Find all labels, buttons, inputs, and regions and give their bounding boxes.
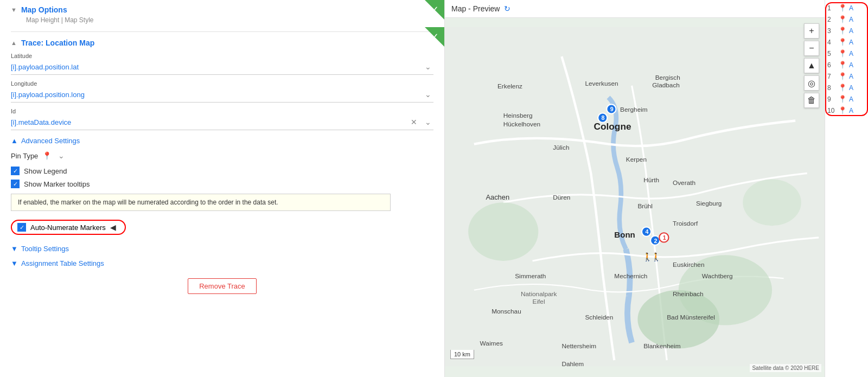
longitude-label: Longitude [11,80,433,87]
tooltip-settings-header[interactable]: ▼ Tooltip Settings [11,245,433,253]
pin-type-row: Pin Type 📍 ⌄ [11,150,433,161]
show-legend-label: Show Legend [24,167,67,175]
svg-text:Jülich: Jülich [553,144,569,151]
trace-letter: A [849,73,853,80]
left-panel: ✓ ✓ ▼ Map Options Map Height | Map Style… [0,0,445,377]
trace-pin-icon: 📍 [838,72,847,80]
svg-text:Blankenheim: Blankenheim [643,343,681,350]
svg-text:Leverkusen: Leverkusen [585,80,618,87]
map-options-header[interactable]: ▼ Map Options [11,5,433,14]
compass-button[interactable]: ▲ [804,58,819,73]
id-clear[interactable]: ✕ [409,117,419,127]
advanced-settings-label: Advanced Settings [21,137,80,145]
id-field-group: Id [i].metaData.device ✕ ⌄ [11,108,433,130]
pin-type-dropdown[interactable]: ⌄ [56,150,67,161]
tooltip-text: If enabled, the marker on the map will b… [18,199,278,206]
list-item[interactable]: 6 📍 A [826,59,867,71]
show-legend-checkbox[interactable]: ✓ [11,167,20,175]
show-marker-tooltips-checkbox[interactable]: ✓ [11,180,20,188]
trace-pin-icon: 📍 [838,106,847,114]
map-options-subtitle: Map Height | Map Style [26,16,433,24]
auto-numerate-checkbox[interactable]: ✓ [17,223,26,232]
svg-text:Euskirchen: Euskirchen [673,261,705,269]
trace-pin-icon: 📍 [838,38,847,46]
assignment-table-label: Assignment Table Settings [21,259,104,267]
trace-letter: A [849,107,853,114]
latitude-dropdown[interactable]: ⌄ [423,61,433,72]
map-attribution: Satellite data © 2020 HERE [750,364,821,372]
svg-text:Nationalpark: Nationalpark [521,290,557,298]
list-item[interactable]: 4 📍 A [826,36,867,48]
svg-text:Hürth: Hürth [643,176,659,184]
map-scale: 10 km [450,350,474,359]
svg-text:1: 1 [663,234,666,241]
remove-trace-button[interactable]: Remove Trace [188,278,257,294]
location-button[interactable]: ◎ [804,75,819,91]
list-item[interactable]: 1 📍 A [826,2,867,14]
zoom-in-button[interactable]: + [804,23,819,39]
trace-pin-icon: 📍 [838,15,847,23]
list-item[interactable]: 7 📍 A [826,71,867,82]
svg-text:Brühl: Brühl [637,202,653,210]
svg-text:Overath: Overath [673,179,695,187]
trace-letter: A [849,84,853,92]
show-marker-tooltips-label: Show Marker tooltips [24,180,90,188]
map-container[interactable]: Cologne Bonn Aachen Leverkusen Bergisch … [445,18,825,375]
longitude-value: [i].payload.position.long [11,91,85,99]
trace-pin-icon: 📍 [838,49,847,57]
advanced-settings-chevron: ▲ [11,137,18,145]
id-row: [i].metaData.device ✕ ⌄ [11,117,433,130]
latitude-field-group: Latitude [i].payload.position.lat ⌄ [11,53,433,75]
assignment-table-chevron: ▼ [11,259,18,267]
trace-chevron: ▲ [11,40,17,46]
map-preview-title: Map - Preview [451,4,500,13]
svg-point-4 [743,179,801,226]
trace-num: 6 [827,61,836,69]
svg-text:Waimes: Waimes [480,340,503,347]
show-legend-row[interactable]: ✓ Show Legend [11,167,433,175]
trace-pin-icon: 📍 [838,27,847,35]
trace-num: 1 [827,4,836,12]
id-label: Id [11,108,433,114]
list-item[interactable]: 3 📍 A [826,25,867,36]
svg-text:Heinsberg: Heinsberg [503,112,533,119]
id-dropdown[interactable]: ⌄ [423,117,433,127]
pin-type-icon: 📍 [42,151,52,160]
list-item[interactable]: 9 📍 A [826,93,867,105]
advanced-settings-header[interactable]: ▲ Advanced Settings [11,137,433,145]
list-item[interactable]: 2 📍 A [826,14,867,25]
assignment-table-header[interactable]: ▼ Assignment Table Settings [11,259,433,267]
trace-list: 1 📍 A 2 📍 A 3 📍 A 4 📍 A 5 📍 [825,0,868,377]
trace-title: Trace: Location Map [21,39,94,47]
list-item[interactable]: 10 📍 A [826,105,867,116]
trace-pin-icon: 📍 [838,95,847,103]
id-value: [i].metaData.device [11,118,71,126]
show-marker-tooltips-row[interactable]: ✓ Show Marker tooltips [11,180,433,188]
svg-text:Bergisch: Bergisch [655,74,680,81]
svg-text:Erkelenz: Erkelenz [497,82,522,90]
svg-text:Monschau: Monschau [492,308,521,315]
trace-list-wrapper: 1 📍 A 2 📍 A 3 📍 A 4 📍 A 5 📍 [826,2,867,116]
trace-letter: A [849,95,853,103]
longitude-field-group: Longitude [i].payload.position.long ⌄ [11,80,433,103]
scale-label: 10 km [454,351,470,357]
map-options-chevron: ▼ [11,7,17,13]
zoom-out-button[interactable]: − [804,41,819,56]
trace-num: 10 [827,107,836,114]
latitude-row: [i].payload.position.lat ⌄ [11,61,433,75]
tooltip-settings-label: Tooltip Settings [21,245,69,253]
longitude-dropdown[interactable]: ⌄ [423,89,433,100]
delete-button[interactable]: 🗑 [804,93,819,108]
svg-text:8: 8 [602,114,605,121]
svg-text:Simmerath: Simmerath [515,272,546,280]
list-item[interactable]: 8 📍 A [826,82,867,93]
list-item[interactable]: 5 📍 A [826,48,867,59]
trace-header[interactable]: ▲ Trace: Location Map [11,39,433,47]
trace-letter: A [849,16,853,23]
refresh-icon[interactable]: ↻ [504,4,510,13]
tooltip-info-box: If enabled, the marker on the map will b… [11,194,391,211]
trace-num: 5 [827,50,836,57]
svg-text:Gladbach: Gladbach [652,81,680,89]
trace-letter: A [849,50,853,57]
auto-numerate-container[interactable]: ✓ Auto-Numerate Markers ◀ [11,220,126,235]
